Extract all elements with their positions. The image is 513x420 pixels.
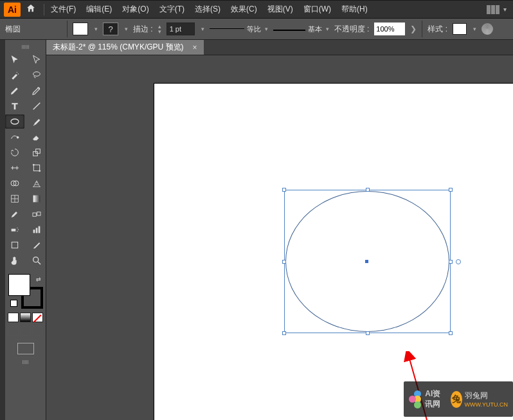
opacity-input[interactable]	[374, 23, 405, 35]
svg-point-0	[16, 72, 17, 73]
handle-top-mid[interactable]	[366, 188, 370, 192]
paintbrush-tool[interactable]	[27, 114, 46, 129]
rotate-tool[interactable]	[5, 145, 24, 160]
canvas[interactable]: AI资讯网 兔 羽兔网 WWW.YUTU.CN	[46, 55, 513, 420]
draw-behind[interactable]	[20, 326, 31, 336]
handle-bottom-left[interactable]	[282, 331, 286, 335]
profile-preview	[210, 28, 244, 33]
menu-effect[interactable]: 效果(C)	[231, 4, 257, 15]
handle-bottom-right[interactable]	[449, 331, 453, 335]
chevron-down-icon: ▾	[326, 26, 329, 32]
stroke-swatch[interactable]: ?	[103, 23, 118, 35]
color-mode-row	[8, 313, 43, 322]
toolbox-grip[interactable]	[14, 45, 38, 49]
app-logo: Ai	[4, 3, 21, 17]
default-colors-icon[interactable]	[10, 300, 17, 307]
chevron-down-icon[interactable]: ▾	[125, 26, 128, 32]
lasso-tool[interactable]	[27, 68, 46, 82]
fill-swatch[interactable]	[73, 23, 88, 35]
handle-bottom-mid[interactable]	[366, 331, 370, 335]
menu-view[interactable]: 视图(V)	[267, 4, 293, 15]
profile-dropdown[interactable]: 等比 ▾	[210, 24, 268, 34]
type-tool[interactable]	[5, 99, 24, 113]
chevron-down-icon[interactable]: ▾	[473, 26, 476, 32]
brush-dropdown[interactable]: 基本 ▾	[273, 24, 329, 34]
line-tool[interactable]	[27, 99, 46, 113]
options-bar: 椭圆 ▾ ?▾ 描边 : ▴▾ ▾ 等比 ▾ 基本 ▾ 不透明度 : ❯ 样式 …	[0, 18, 513, 40]
stroke-stepper[interactable]: ▴▾	[158, 24, 161, 34]
recolor-icon[interactable]	[482, 23, 493, 35]
document-tab[interactable]: 未标题-2* @ 115% (CMYK/GPU 预览) ×	[46, 40, 204, 55]
column-graph-tool[interactable]	[27, 223, 46, 237]
curvature-tool[interactable]	[27, 84, 46, 98]
handle-top-right[interactable]	[449, 188, 453, 192]
screen-mode[interactable]	[14, 340, 38, 358]
menu-select[interactable]: 选择(S)	[195, 4, 221, 15]
handle-top-left[interactable]	[282, 188, 286, 192]
opacity-label: 不透明度 :	[334, 24, 370, 35]
color-mode-none[interactable]	[32, 313, 43, 322]
eyedropper-tool[interactable]	[5, 207, 24, 221]
pie-widget-icon[interactable]	[456, 259, 461, 264]
draw-inside[interactable]	[32, 326, 43, 336]
brush-preview	[273, 30, 305, 31]
perspective-grid-tool[interactable]	[27, 176, 46, 190]
brush-label: 基本	[308, 24, 322, 34]
draw-mode-row	[8, 326, 43, 336]
document-area: 未标题-2* @ 115% (CMYK/GPU 预览) ×	[46, 40, 513, 420]
fill-stroke-control[interactable]: ⇄	[8, 274, 43, 309]
blend-tool[interactable]	[27, 207, 46, 221]
swap-icon[interactable]: ⇄	[36, 276, 41, 282]
slice-tool[interactable]	[27, 238, 46, 252]
toolbox-bottom-grip[interactable]	[14, 360, 38, 364]
zoom-tool[interactable]	[27, 253, 46, 268]
ellipse-tool[interactable]	[5, 114, 24, 129]
chevron-down-icon[interactable]: ▾	[94, 26, 98, 32]
shape-builder-tool[interactable]	[5, 176, 24, 190]
artboard-tool[interactable]	[5, 238, 24, 252]
shaper-tool[interactable]	[5, 130, 24, 144]
home-icon[interactable]	[26, 3, 36, 16]
menu-help[interactable]: 帮助(H)	[341, 4, 368, 15]
symbol-sprayer-tool[interactable]	[5, 223, 24, 237]
svg-rect-7	[35, 149, 40, 154]
draw-normal[interactable]	[8, 326, 19, 336]
free-transform-tool[interactable]	[27, 161, 46, 175]
opacity-next[interactable]: ❯	[410, 24, 417, 33]
eraser-tool[interactable]	[27, 130, 46, 144]
separator	[44, 4, 44, 15]
direct-selection-tool[interactable]	[27, 53, 46, 67]
stroke-label: 描边 :	[133, 24, 153, 35]
svg-rect-18	[37, 212, 40, 215]
profile-label: 等比	[247, 24, 261, 34]
style-swatch[interactable]	[453, 23, 467, 35]
workspace-switcher[interactable]: ▾	[487, 5, 507, 14]
close-icon[interactable]: ×	[193, 43, 197, 52]
svg-point-21	[17, 229, 18, 230]
chevron-down-icon[interactable]: ▾	[201, 26, 204, 32]
svg-rect-6	[33, 152, 37, 156]
center-point[interactable]	[365, 260, 368, 263]
watermark-text-1: AI资讯网	[425, 389, 446, 409]
fill-color[interactable]	[8, 274, 30, 296]
menu-file[interactable]: 文件(F)	[51, 4, 76, 15]
stroke-width-input[interactable]	[166, 23, 195, 35]
color-mode-gradient[interactable]	[20, 313, 31, 322]
menu-edit[interactable]: 编辑(E)	[86, 4, 112, 15]
width-tool[interactable]	[5, 161, 24, 175]
mesh-tool[interactable]	[5, 192, 24, 206]
menu-type[interactable]: 文字(T)	[159, 4, 184, 15]
scale-tool[interactable]	[27, 145, 46, 160]
hand-tool[interactable]	[5, 253, 24, 268]
handle-mid-left[interactable]	[282, 260, 286, 264]
magic-wand-tool[interactable]	[5, 68, 24, 82]
menu-window[interactable]: 窗口(W)	[303, 4, 331, 15]
chevron-down-icon: ▾	[265, 26, 268, 32]
svg-point-22	[17, 231, 17, 232]
color-mode-color[interactable]	[8, 313, 19, 322]
pen-tool[interactable]	[5, 84, 24, 98]
gradient-tool[interactable]	[27, 192, 46, 206]
selection-tool[interactable]	[5, 53, 24, 67]
handle-mid-right[interactable]	[449, 260, 453, 264]
menu-object[interactable]: 对象(O)	[122, 4, 148, 15]
